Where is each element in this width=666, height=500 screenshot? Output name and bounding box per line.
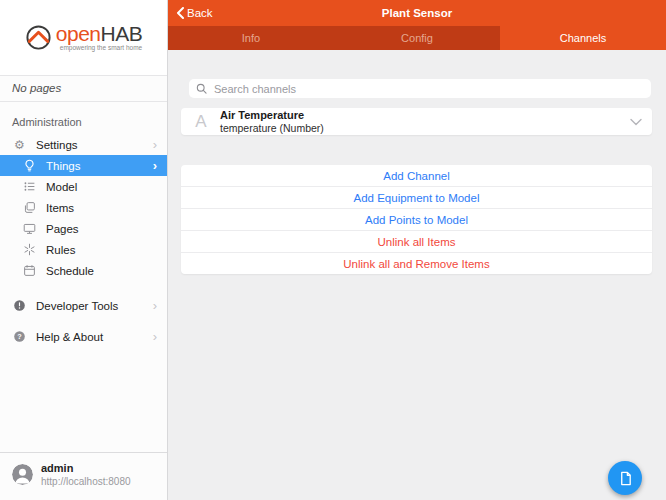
sidebar-item-label: Items: [46, 202, 74, 214]
svg-text:?: ?: [17, 332, 22, 341]
logo-text: openHAB empowering the smart home: [56, 23, 142, 52]
channel-row-air-temperature[interactable]: A Air Temperature temperature (Number): [181, 108, 652, 135]
code-view-fab[interactable]: [608, 461, 642, 495]
no-pages-label: No pages: [0, 76, 167, 102]
chevron-right-icon: ›: [153, 299, 159, 312]
lightbulb-icon: [22, 158, 37, 173]
actions-list: Add Channel Add Equipment to Model Add P…: [181, 165, 652, 274]
sidebar: openHAB empowering the smart home No pag…: [0, 0, 168, 500]
monitor-icon: [22, 221, 37, 236]
search-input[interactable]: [212, 82, 644, 96]
sidebar-item-items[interactable]: Items: [0, 197, 167, 218]
server-url: http://localhost:8080: [41, 476, 131, 489]
sidebar-item-label: Pages: [46, 223, 79, 235]
search-bar[interactable]: [189, 79, 651, 98]
logo-word-hab: HAB: [101, 22, 143, 45]
logo-block: openHAB empowering the smart home: [0, 0, 167, 76]
channel-letter-badge: A: [191, 112, 211, 132]
search-icon: [196, 83, 207, 94]
chevron-left-icon: [176, 7, 184, 19]
document-icon: [618, 471, 633, 486]
chevron-right-icon: ›: [153, 330, 159, 343]
openhab-logo-icon: [25, 24, 52, 51]
tab-bar: Info Config Channels: [168, 26, 666, 50]
add-equipment-to-model-button[interactable]: Add Equipment to Model: [181, 187, 652, 209]
openhab-admin-page: openHAB empowering the smart home No pag…: [0, 0, 666, 500]
sidebar-item-label: Developer Tools: [36, 300, 118, 312]
sidebar-item-label: Help & About: [36, 331, 103, 343]
sidebar-item-label: Settings: [36, 139, 78, 151]
bullet-list-icon: [22, 179, 37, 194]
account-block[interactable]: admin http://localhost:8080: [0, 452, 167, 500]
tab-config[interactable]: Config: [334, 26, 500, 50]
avatar: [12, 464, 33, 485]
copy-icon: [22, 200, 37, 215]
channel-subtitle: temperature (Number): [220, 122, 324, 135]
tab-channels[interactable]: Channels: [500, 26, 666, 50]
tab-info[interactable]: Info: [168, 26, 334, 50]
administration-section-label: Administration: [12, 116, 155, 128]
sidebar-item-model[interactable]: Model: [0, 176, 167, 197]
navbar: Back Plant Sensor: [168, 0, 666, 26]
sparkle-icon: [22, 242, 37, 257]
main-panel: Back Plant Sensor Info Config Channels A…: [168, 0, 666, 500]
sidebar-item-label: Rules: [46, 244, 75, 256]
sidebar-item-schedule[interactable]: Schedule: [0, 260, 167, 281]
logo-tagline: empowering the smart home: [56, 45, 142, 52]
sidebar-menu: ⚙ Settings › Things › Model: [0, 134, 167, 347]
chevron-right-icon: ›: [153, 138, 159, 151]
sidebar-item-label: Things: [46, 160, 81, 172]
unlink-all-and-remove-items-button[interactable]: Unlink all and Remove Items: [181, 253, 652, 274]
sidebar-item-developer-tools[interactable]: Developer Tools ›: [0, 295, 167, 316]
question-circle-icon: ?: [12, 329, 27, 344]
page-title: Plant Sensor: [382, 7, 452, 19]
back-button[interactable]: Back: [176, 0, 213, 26]
back-label: Back: [187, 7, 213, 19]
logo-word-open: open: [56, 22, 101, 45]
sidebar-item-settings[interactable]: ⚙ Settings ›: [0, 134, 167, 155]
sidebar-item-help-about[interactable]: ? Help & About ›: [0, 326, 167, 347]
chevron-right-icon: ›: [153, 159, 159, 172]
add-points-to-model-button[interactable]: Add Points to Model: [181, 209, 652, 231]
calendar-icon: [22, 263, 37, 278]
gear-icon: ⚙: [12, 137, 27, 152]
chevron-down-icon[interactable]: [630, 118, 642, 126]
channel-title: Air Temperature: [220, 109, 324, 122]
openhab-logo: openHAB empowering the smart home: [25, 23, 142, 52]
sidebar-item-rules[interactable]: Rules: [0, 239, 167, 260]
sidebar-item-things[interactable]: Things ›: [0, 155, 167, 176]
channels-content: A Air Temperature temperature (Number) A…: [168, 50, 666, 500]
sidebar-item-label: Schedule: [46, 265, 94, 277]
add-channel-button[interactable]: Add Channel: [181, 165, 652, 187]
username: admin: [41, 462, 131, 476]
unlink-all-items-button[interactable]: Unlink all Items: [181, 231, 652, 253]
sidebar-item-pages[interactable]: Pages: [0, 218, 167, 239]
exclamation-circle-icon: [12, 298, 27, 313]
sidebar-item-label: Model: [46, 181, 77, 193]
